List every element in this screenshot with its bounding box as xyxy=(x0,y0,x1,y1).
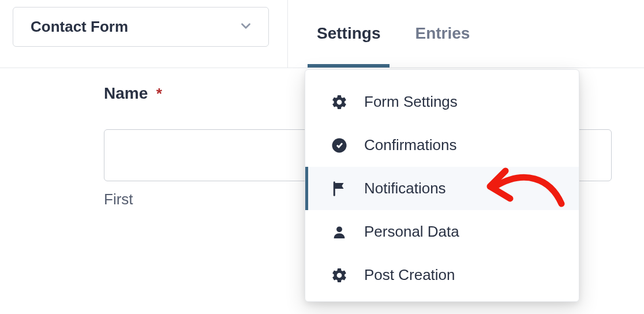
menu-item-personal-data[interactable]: Personal Data xyxy=(305,210,579,253)
menu-item-label: Form Settings xyxy=(364,93,458,111)
menu-item-confirmations[interactable]: Confirmations xyxy=(305,124,579,167)
chevron-down-icon xyxy=(238,18,253,36)
menu-item-label: Post Creation xyxy=(364,266,455,284)
check-circle-icon xyxy=(328,137,350,154)
field-name-label: Name xyxy=(104,84,148,102)
user-icon xyxy=(328,224,350,240)
tab-entries[interactable]: Entries xyxy=(411,0,473,68)
gear-icon xyxy=(328,267,350,284)
form-selector-label: Contact Form xyxy=(31,18,128,36)
settings-dropdown-menu: Form Settings Confirmations Notification… xyxy=(305,69,579,302)
required-marker: * xyxy=(156,85,162,102)
menu-item-label: Confirmations xyxy=(364,136,456,154)
menu-item-post-creation[interactable]: Post Creation xyxy=(305,253,579,297)
menu-item-notifications[interactable]: Notifications xyxy=(305,167,579,210)
tab-settings[interactable]: Settings xyxy=(313,0,384,68)
svg-point-1 xyxy=(336,226,342,232)
flag-icon xyxy=(328,180,350,197)
menu-item-label: Notifications xyxy=(364,180,446,197)
form-selector-dropdown[interactable]: Contact Form xyxy=(13,7,269,47)
gear-icon xyxy=(328,94,350,111)
menu-item-label: Personal Data xyxy=(364,223,459,241)
menu-item-form-settings[interactable]: Form Settings xyxy=(305,80,579,124)
